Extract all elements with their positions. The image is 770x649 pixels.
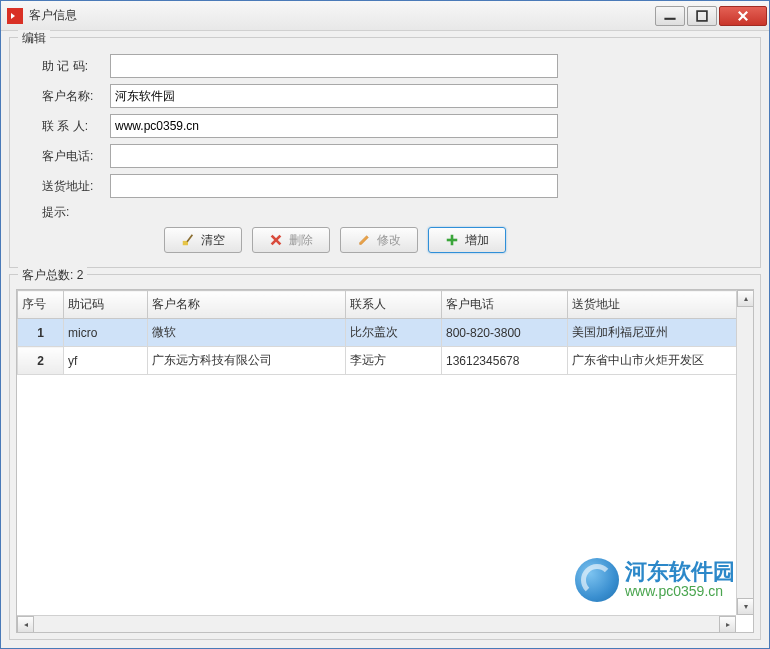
customer-table[interactable]: 序号 助记码 客户名称 联系人 客户电话 送货地址 1 micro 微软 [17,290,753,375]
edit-group-title: 编辑 [18,30,50,47]
minimize-button[interactable] [655,6,685,26]
list-group: 客户总数: 2 序号 助记码 客户名称 联系人 客户 [9,274,761,640]
cell-phone: 800-820-3800 [442,319,568,347]
cell-address: 美国加利福尼亚州 [568,319,753,347]
customer-info-window: 客户信息 编辑 助 记 码: 客户名称: [0,0,770,649]
client-area: 编辑 助 记 码: 客户名称: 联 系 人: 客户电话: 送货地址: [1,31,769,648]
contact-input[interactable] [110,114,558,138]
watermark-url: www.pc0359.cn [625,583,735,599]
clear-button-label: 清空 [201,232,225,249]
table-row[interactable]: 2 yf 广东远方科技有限公司 李远方 13612345678 广东省中山市火炬… [18,347,753,375]
delete-button-label: 删除 [289,232,313,249]
edit-group: 编辑 助 记 码: 客户名称: 联 系 人: 客户电话: 送货地址: [9,37,761,268]
address-label: 送货地址: [42,178,110,195]
cell-contact: 李远方 [346,347,442,375]
cell-name: 广东远方科技有限公司 [148,347,346,375]
customer-name-input[interactable] [110,84,558,108]
app-icon [7,8,23,24]
scroll-down-button[interactable]: ▾ [737,598,754,615]
phone-input[interactable] [110,144,558,168]
customer-count-value: 2 [77,268,84,282]
titlebar[interactable]: 客户信息 [1,1,769,31]
cell-mnemonic: yf [64,347,148,375]
window-title: 客户信息 [29,7,655,24]
svg-rect-1 [697,11,707,21]
col-rownum[interactable]: 序号 [18,291,64,319]
watermark: 河东软件园 www.pc0359.cn [575,558,735,602]
scroll-left-button[interactable]: ◂ [17,616,34,633]
pencil-icon [357,233,371,247]
plus-icon [445,233,459,247]
cell-contact: 比尔盖次 [346,319,442,347]
col-address[interactable]: 送货地址 [568,291,753,319]
contact-label: 联 系 人: [42,118,110,135]
mnemonic-label: 助 记 码: [42,58,110,75]
close-button[interactable] [719,6,767,26]
customer-table-wrap: 序号 助记码 客户名称 联系人 客户电话 送货地址 1 micro 微软 [16,289,754,633]
add-button[interactable]: 增加 [428,227,506,253]
cell-name: 微软 [148,319,346,347]
col-phone[interactable]: 客户电话 [442,291,568,319]
cell-rownum: 2 [18,347,64,375]
table-row[interactable]: 1 micro 微软 比尔盖次 800-820-3800 美国加利福尼亚州 [18,319,753,347]
brush-icon [181,233,195,247]
horizontal-scrollbar[interactable]: ◂ ▸ [17,615,736,632]
scroll-right-button[interactable]: ▸ [719,616,736,633]
vertical-scrollbar[interactable]: ▴ ▾ [736,290,753,615]
cell-mnemonic: micro [64,319,148,347]
watermark-text: 河东软件园 [625,561,735,583]
watermark-logo-icon [575,558,619,602]
customer-count-label: 客户总数: [22,268,73,282]
modify-button[interactable]: 修改 [340,227,418,253]
mnemonic-input[interactable] [110,54,558,78]
delete-button[interactable]: 删除 [252,227,330,253]
phone-label: 客户电话: [42,148,110,165]
col-name[interactable]: 客户名称 [148,291,346,319]
cell-rownum: 1 [18,319,64,347]
col-mnemonic[interactable]: 助记码 [64,291,148,319]
cell-phone: 13612345678 [442,347,568,375]
hint-label: 提示: [42,204,110,221]
address-input[interactable] [110,174,558,198]
modify-button-label: 修改 [377,232,401,249]
maximize-button[interactable] [687,6,717,26]
table-header-row: 序号 助记码 客户名称 联系人 客户电话 送货地址 [18,291,753,319]
customer-name-label: 客户名称: [42,88,110,105]
col-contact[interactable]: 联系人 [346,291,442,319]
list-group-title: 客户总数: 2 [18,267,87,284]
delete-x-icon [269,233,283,247]
scroll-up-button[interactable]: ▴ [737,290,754,307]
cell-address: 广东省中山市火炬开发区 [568,347,753,375]
clear-button[interactable]: 清空 [164,227,242,253]
add-button-label: 增加 [465,232,489,249]
